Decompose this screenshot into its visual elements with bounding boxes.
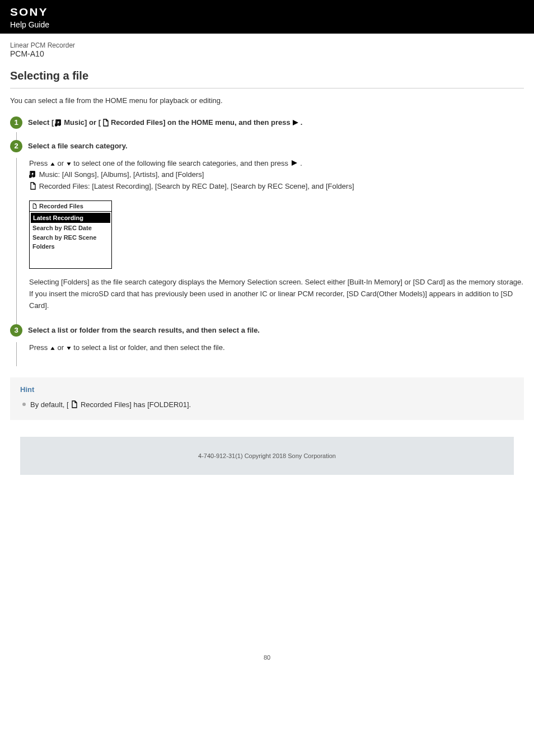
screenshot-item-selected: Latest Recording: [31, 213, 110, 223]
down-arrow-icon: [66, 161, 72, 167]
step-3-b: or: [57, 343, 65, 352]
step-3-number: 3: [10, 324, 22, 337]
header-bar: SONY Help Guide: [0, 0, 534, 34]
product-info: Linear PCM Recorder PCM-A10: [0, 34, 534, 62]
step-3-title: Select a list or folder from the search …: [28, 324, 260, 337]
step-3-a: Press: [29, 343, 50, 352]
step-2-block: Press or to select one of the following …: [16, 158, 524, 324]
step-1-text-d: .: [301, 116, 303, 129]
hint-item: By default, [ Recorded Files] has [FOLDE…: [20, 399, 514, 410]
screenshot-item: Search by REC Date: [30, 223, 111, 232]
hint-title: Hint: [20, 385, 514, 394]
step-1-text-a: Select [: [28, 116, 54, 129]
content: You can select a file from the HOME menu…: [10, 88, 524, 475]
step-2-after-p2: If you insert the microSD card that has …: [29, 288, 524, 312]
divider: [10, 88, 524, 88]
file-icon: [29, 182, 37, 190]
step-2-header: 2 Select a file search category.: [10, 140, 524, 152]
screenshot-item: Folders: [30, 242, 111, 251]
up-arrow-icon: [50, 346, 55, 351]
screenshot-item: Search by REC Scene: [30, 233, 111, 242]
step-2-number: 2: [10, 140, 22, 152]
step-3-block: Press or to select a list or folder, and…: [16, 342, 524, 366]
step-3-body: Press or to select a list or folder, and…: [29, 342, 524, 354]
step-2-line1-b: or: [57, 159, 65, 167]
copyright: 4-740-912-31(1) Copyright 2018 Sony Corp…: [198, 452, 336, 459]
step-1-header: 1 Select [ Music] or [ Recorded Files] o…: [10, 116, 524, 129]
music-icon: [55, 119, 63, 127]
footer: 4-740-912-31(1) Copyright 2018 Sony Corp…: [20, 437, 514, 475]
music-icon: [29, 170, 37, 178]
hint-box: Hint By default, [ Recorded Files] has […: [10, 377, 524, 421]
step-2-line1-c: to select one of the following file sear…: [73, 159, 290, 167]
step-1-number: 1: [10, 116, 22, 129]
play-icon: [291, 159, 298, 167]
product-model: PCM-A10: [10, 49, 524, 58]
step-2-title: Select a file search category.: [28, 140, 128, 152]
file-icon: [32, 203, 38, 209]
step-2-line1-d: .: [300, 159, 302, 167]
hint-item-b: Recorded Files] has [FOLDER01].: [81, 400, 191, 409]
product-category: Linear PCM Recorder: [10, 41, 524, 49]
step-1-text-c: Recorded Files] on the HOME menu, and th…: [111, 116, 291, 129]
hint-list: By default, [ Recorded Files] has [FOLDE…: [20, 399, 514, 410]
file-icon: [71, 400, 78, 408]
intro-text: You can select a file from the HOME menu…: [10, 95, 524, 106]
screenshot-title: Recorded Files: [39, 202, 83, 210]
step-3-c: to select a list or folder, and then sel…: [73, 343, 224, 352]
hint-item-a: By default, [: [30, 400, 69, 409]
play-icon: [292, 119, 299, 127]
step-1-block: [16, 132, 524, 140]
step-2-line1-a: Press: [29, 159, 50, 167]
brand-logo: SONY: [10, 7, 48, 18]
up-arrow-icon: [50, 161, 55, 167]
step-2-after-p1: Selecting [Folders] as the file search c…: [29, 277, 524, 288]
page-number: 80: [0, 475, 534, 672]
step-3-header: 3 Select a list or folder from the searc…: [10, 324, 524, 337]
step-1-title: Select [ Music] or [ Recorded Files] on …: [28, 116, 302, 129]
step-1-text-b: Music] or [: [64, 116, 101, 129]
device-screenshot: Recorded Files Latest Recording Search b…: [29, 200, 112, 269]
screenshot-header: Recorded Files: [30, 201, 111, 212]
step-2-music-line: Music: [All Songs], [Albums], [Artists],…: [39, 170, 204, 179]
step-2-body: Press or to select one of the following …: [29, 158, 524, 312]
down-arrow-icon: [66, 346, 72, 351]
file-icon: [102, 119, 110, 127]
step-2-rec-line: Recorded Files: [Latest Recording], [Sea…: [39, 182, 354, 190]
header-subtitle: Help Guide: [10, 20, 524, 29]
page-title: Selecting a file: [0, 62, 534, 88]
